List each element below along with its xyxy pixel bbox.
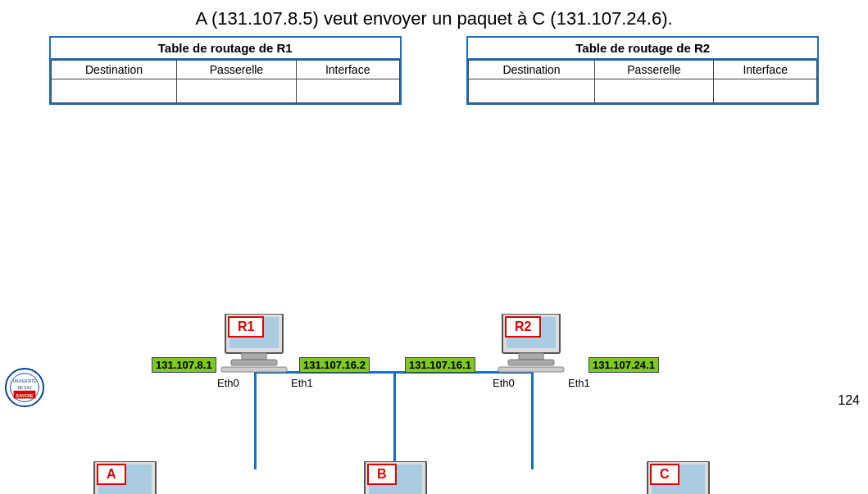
r1-row1-pass bbox=[177, 79, 296, 103]
svg-rect-4 bbox=[221, 367, 287, 372]
svg-text:SAVOIE: SAVOIE bbox=[16, 393, 33, 398]
computer-b-label: B bbox=[367, 464, 397, 485]
tables-container: Table de routage de R1 Destination Passe… bbox=[0, 36, 868, 105]
network-diagram: R1 Eth0 Eth1 131.107.8.1 131.107.16.2 R2… bbox=[0, 109, 868, 412]
computer-b-icon bbox=[352, 461, 443, 494]
computer-c-label: C bbox=[650, 464, 679, 485]
svg-rect-9 bbox=[498, 367, 564, 372]
svg-text:DE SAV: DE SAV bbox=[17, 386, 32, 390]
r2-table-header: Table de routage de R2 bbox=[468, 38, 817, 60]
r2-eth0-ip: 131.107.16.1 bbox=[405, 357, 475, 373]
wire-r1-a bbox=[254, 371, 257, 469]
computer-c-icon bbox=[635, 461, 725, 494]
r2-row1-dest bbox=[469, 79, 595, 103]
r2-row1-pass bbox=[594, 79, 713, 103]
wire-b-up bbox=[393, 371, 396, 469]
r2-col-interface: Interface bbox=[714, 61, 817, 79]
svg-rect-7 bbox=[519, 353, 543, 360]
r1-eth0-label: Eth0 bbox=[217, 377, 239, 389]
r1-col-passerelle: Passerelle bbox=[177, 61, 296, 79]
r1-eth1-ip: 131.107.16.2 bbox=[299, 357, 370, 373]
r1-eth0-ip: 131.107.8.1 bbox=[152, 357, 216, 373]
r1-row1-iface bbox=[296, 79, 399, 103]
routing-table-r2: Table de routage de R2 Destination Passe… bbox=[466, 36, 819, 105]
university-logo: UNIVERSITE DE SAV SAVOIE bbox=[4, 367, 45, 408]
page-title: A (131.107.8.5) veut envoyer un paquet à… bbox=[0, 0, 868, 36]
svg-rect-8 bbox=[508, 360, 554, 365]
computer-a-icon bbox=[82, 461, 172, 494]
r2-eth0-label: Eth0 bbox=[493, 377, 515, 389]
page-number: 124 bbox=[838, 393, 860, 408]
r1-eth1-label: Eth1 bbox=[291, 377, 313, 389]
wire-r2-c bbox=[531, 371, 534, 469]
svg-text:UNIVERSITE: UNIVERSITE bbox=[13, 379, 37, 383]
r1-col-interface: Interface bbox=[296, 61, 399, 79]
router-r1-label: R1 bbox=[228, 316, 264, 338]
r1-col-destination: Destination bbox=[51, 61, 177, 79]
r2-eth1-label: Eth1 bbox=[568, 377, 590, 389]
svg-rect-2 bbox=[242, 353, 266, 360]
r2-row1-iface bbox=[714, 79, 817, 103]
computer-a-label: A bbox=[97, 464, 126, 485]
svg-rect-3 bbox=[231, 360, 277, 365]
r1-table-header: Table de routage de R1 bbox=[51, 38, 400, 60]
router-r2-label: R2 bbox=[505, 316, 541, 338]
r2-col-passerelle: Passerelle bbox=[594, 61, 713, 79]
r2-eth1-ip: 131.107.24.1 bbox=[589, 357, 659, 373]
r1-row1-dest bbox=[51, 79, 177, 103]
routing-table-r1: Table de routage de R1 Destination Passe… bbox=[49, 36, 402, 105]
r2-col-destination: Destination bbox=[469, 61, 595, 79]
